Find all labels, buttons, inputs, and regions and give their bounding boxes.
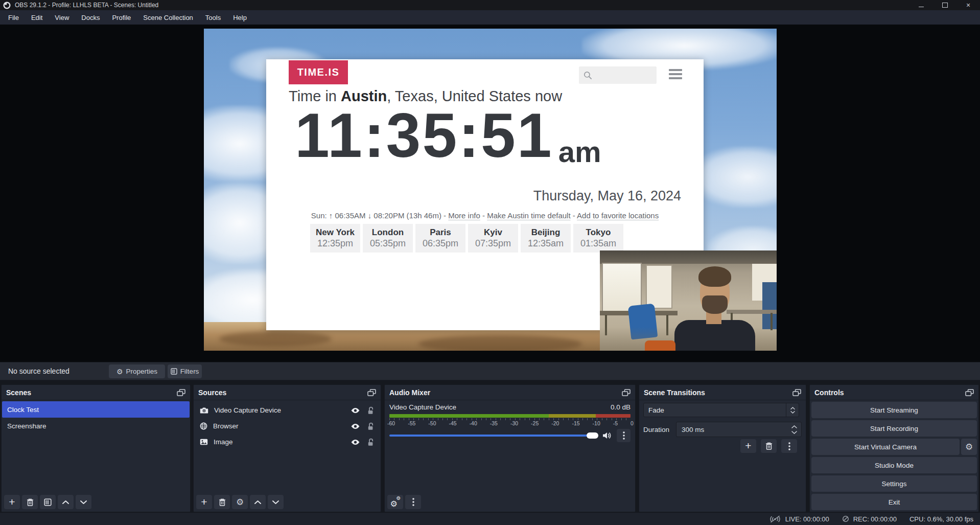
record-inactive-icon: [842, 515, 849, 522]
city-time: 05:35pm: [363, 238, 413, 249]
menu-tools[interactable]: Tools: [199, 10, 227, 25]
tick-label: -5: [613, 420, 618, 426]
webcam-orange-object: [645, 340, 675, 351]
mixer-menu-button[interactable]: [405, 495, 421, 509]
popout-icon[interactable]: [622, 389, 631, 396]
popout-icon[interactable]: [367, 389, 376, 396]
menu-profile[interactable]: Profile: [106, 10, 137, 25]
eye-icon[interactable]: [351, 407, 360, 414]
source-row-video-capture[interactable]: Video Capture Device: [194, 402, 381, 418]
mixer-channel-menu-button[interactable]: [617, 429, 631, 442]
maximize-button[interactable]: [933, 0, 956, 10]
speaker-icon[interactable]: [602, 432, 612, 439]
scene-item-screenshare[interactable]: Screenshare: [2, 418, 190, 434]
combo-spinner[interactable]: [786, 403, 799, 417]
popout-icon[interactable]: [792, 389, 801, 396]
status-bar: LIVE: 00:00:00 REC: 00:00:00 CPU: 0.6%, …: [0, 512, 980, 525]
scene-item-clock-test[interactable]: Clock Test: [2, 401, 190, 418]
filters-button[interactable]: Filters: [168, 364, 202, 378]
menu-scene-collection[interactable]: Scene Collection: [137, 10, 199, 25]
sources-header[interactable]: Sources: [194, 385, 381, 400]
transition-select[interactable]: Fade: [643, 403, 799, 417]
live-status: LIVE: 00:00:00: [769, 515, 829, 523]
gear-icon: ⚙: [396, 496, 401, 501]
menu-edit[interactable]: Edit: [25, 10, 49, 25]
eye-icon[interactable]: [351, 423, 360, 429]
menu-view[interactable]: View: [49, 10, 75, 25]
popout-icon[interactable]: [965, 389, 974, 396]
advanced-audio-button[interactable]: ⚙ ⚙: [387, 495, 403, 509]
close-button[interactable]: ×: [956, 0, 980, 10]
chevron-down-icon: [790, 411, 795, 414]
obs-logo-icon: [3, 2, 11, 9]
scene-filters-button[interactable]: [40, 495, 56, 509]
menu-docks[interactable]: Docks: [75, 10, 106, 25]
settings-button[interactable]: Settings: [811, 475, 977, 492]
audio-mixer-panel: Audio Mixer Video Capture Device 0.0 dB …: [384, 384, 636, 512]
start-streaming-button[interactable]: Start Streaming: [811, 402, 977, 418]
exit-button[interactable]: Exit: [811, 494, 977, 510]
source-row-image[interactable]: Image: [194, 434, 381, 450]
filter-icon: [44, 498, 52, 506]
start-virtual-camera-button[interactable]: Start Virtual Camera: [811, 439, 960, 455]
dots-vertical-icon: [623, 431, 625, 440]
mixer-channel-name: Video Capture Device: [389, 403, 456, 411]
rec-status: REC: 00:00:00: [842, 515, 897, 523]
remove-transition-button[interactable]: [761, 439, 777, 453]
title-bar[interactable]: OBS 29.1.2 - Profile: LLHLS BETA - Scene…: [0, 0, 980, 10]
camera-icon: [200, 407, 208, 414]
source-list: Video Capture Device Browser Image: [194, 402, 381, 450]
remove-source-button[interactable]: [214, 495, 230, 509]
add-source-button[interactable]: +: [196, 495, 212, 509]
transitions-header[interactable]: Scene Transitions: [639, 385, 806, 400]
timeis-logo: TIME.IS: [289, 60, 348, 84]
unlock-icon[interactable]: [367, 406, 374, 415]
spin-arrows[interactable]: [791, 425, 797, 434]
duration-spinbox[interactable]: 300 ms: [676, 422, 802, 437]
transition-properties-button[interactable]: [781, 439, 797, 453]
source-properties-button[interactable]: ⚙: [232, 495, 248, 509]
sources-title: Sources: [198, 389, 226, 397]
move-scene-up-button[interactable]: [58, 495, 74, 509]
webcam-source[interactable]: [600, 250, 777, 351]
volume-slider-track[interactable]: [389, 435, 592, 437]
add-scene-button[interactable]: +: [4, 495, 20, 509]
studio-mode-button[interactable]: Studio Mode: [811, 457, 977, 473]
properties-button[interactable]: ⚙ Properties: [109, 364, 165, 378]
remove-scene-button[interactable]: [22, 495, 38, 509]
move-scene-down-button[interactable]: [76, 495, 91, 509]
controls-header[interactable]: Controls: [810, 385, 978, 400]
source-row-icons: [351, 406, 374, 415]
audio-mixer-header[interactable]: Audio Mixer: [385, 385, 635, 400]
live-time: LIVE: 00:00:00: [785, 515, 829, 523]
tick-label: -10: [593, 420, 600, 426]
add-transition-button[interactable]: +: [740, 439, 756, 453]
scenes-panel: Scenes Clock Test Screenshare +: [1, 384, 191, 512]
maximize-icon: [942, 3, 948, 8]
chevron-up-icon: [791, 425, 797, 428]
trash-icon: [219, 498, 226, 506]
cpu-status: CPU: 0.6%, 30.00 fps: [909, 515, 973, 523]
scenes-header[interactable]: Scenes: [2, 385, 190, 400]
scene-canvas[interactable]: TIME.IS Time in Austin, Texas, United St…: [204, 29, 777, 351]
menu-file[interactable]: File: [2, 10, 25, 25]
unlock-icon[interactable]: [367, 438, 374, 446]
move-source-down-button[interactable]: [268, 495, 284, 509]
volume-slider-handle[interactable]: [587, 432, 598, 439]
unlock-icon[interactable]: [367, 422, 374, 430]
controls-buttons: Start Streaming Start Recording Start Vi…: [811, 402, 977, 510]
virtual-camera-settings-button[interactable]: ⚙: [961, 439, 977, 455]
sun-info: Sun: ↑ 06:35AM ↓ 08:20PM (13h 46m): [311, 211, 441, 220]
menu-help[interactable]: Help: [227, 10, 253, 25]
source-row-browser[interactable]: Browser: [194, 418, 381, 434]
city-name: Paris: [415, 227, 465, 238]
popout-icon[interactable]: [177, 389, 185, 396]
menu-bar: File Edit View Docks Profile Scene Colle…: [0, 10, 980, 25]
start-recording-button[interactable]: Start Recording: [811, 420, 977, 437]
minimize-button[interactable]: [909, 0, 933, 10]
tick-label: -50: [428, 420, 436, 426]
minimize-icon: [919, 6, 924, 7]
scene-label: Clock Test: [7, 406, 39, 414]
move-source-up-button[interactable]: [250, 495, 266, 509]
eye-icon[interactable]: [351, 439, 360, 445]
